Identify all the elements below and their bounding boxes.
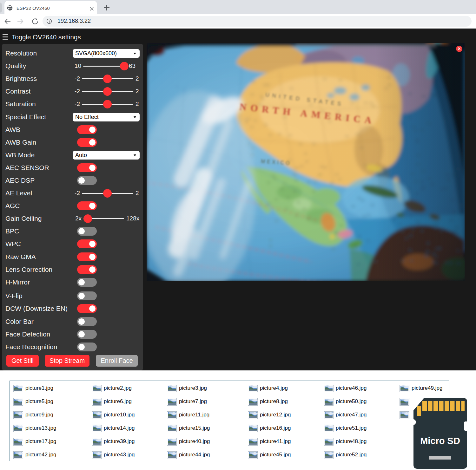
svg-text:Micro SD: Micro SD <box>420 436 460 446</box>
